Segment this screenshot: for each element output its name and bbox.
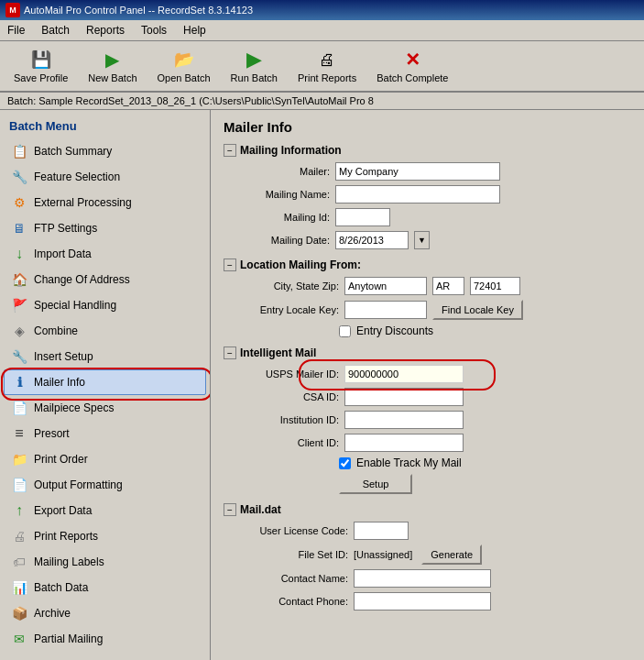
print-reports-button[interactable]: 🖨 Print Reports (289, 45, 365, 87)
batch-complete-button[interactable]: ✕ Batch Complete (368, 45, 456, 87)
sidebar-item-label: Presort (34, 427, 70, 440)
main-layout: Batch Menu 📋 Batch Summary 🔧 Feature Sel… (0, 110, 644, 660)
sidebar-item-print-order[interactable]: 📁 Print Order (4, 446, 206, 472)
sidebar-title: Batch Menu (4, 116, 206, 138)
content-area: Mailer Info − Mailing Information Mailer… (211, 110, 644, 660)
contact-phone-label: Contact Phone: (238, 596, 348, 607)
csa-id-label: CSA ID: (238, 391, 339, 402)
usps-mailer-id-label: USPS Mailer ID: (238, 368, 339, 380)
save-profile-button[interactable]: 💾 Save Profile (5, 45, 76, 87)
generate-button[interactable]: Generate (421, 544, 482, 565)
mailing-name-label: Mailing Name: (238, 189, 330, 200)
menu-reports[interactable]: Reports (82, 22, 128, 38)
file-set-id-row: File Set ID: [Unassigned] Generate (238, 544, 631, 565)
sidebar-item-archive[interactable]: 📦 Archive (4, 600, 206, 626)
usps-mailer-id-input[interactable] (344, 365, 464, 383)
sidebar-item-feature-selection[interactable]: 🔧 Feature Selection (4, 164, 206, 190)
contact-name-label: Contact Name: (238, 573, 348, 584)
institution-id-input[interactable] (344, 411, 464, 429)
user-license-code-input[interactable] (354, 522, 409, 540)
client-id-input[interactable] (344, 434, 464, 452)
sidebar-item-change-of-address[interactable]: 🏠 Change Of Address (4, 267, 206, 292)
sidebar-item-output-formatting[interactable]: 📄 Output Formatting (4, 472, 206, 498)
mailing-date-dropdown-icon[interactable]: ▼ (414, 231, 430, 249)
intelligent-mail-section: − Intelligent Mail USPS Mailer ID: CSA I… (224, 346, 631, 494)
mailing-id-label: Mailing Id: (238, 212, 330, 223)
menu-tools[interactable]: Tools (137, 22, 170, 38)
run-batch-button[interactable]: ▶ Run Batch (223, 45, 286, 87)
mailing-information-section: − Mailing Information Mailer: Mailing Na… (224, 144, 631, 249)
sidebar-item-partial-mailing[interactable]: ✉ Partial Mailing (4, 626, 206, 652)
csa-id-input[interactable] (344, 388, 464, 406)
sidebar-item-print-reports[interactable]: 🖨 Print Reports (4, 523, 206, 549)
sidebar-item-combine[interactable]: ◈ Combine (4, 318, 206, 344)
sidebar-item-ftp-settings[interactable]: 🖥 FTP Settings (4, 215, 206, 241)
save-profile-label: Save Profile (14, 72, 68, 83)
sidebar-item-label: External Processing (34, 196, 132, 209)
file-set-id-value: [Unassigned] (354, 549, 412, 560)
new-batch-button[interactable]: ▶ New Batch (80, 45, 145, 87)
mailing-date-input[interactable] (335, 231, 409, 249)
mailing-id-input[interactable] (335, 208, 390, 226)
mailing-info-content: Mailer: Mailing Name: Mailing Id: Mailin… (224, 162, 631, 249)
client-id-label: Client ID: (238, 437, 339, 448)
menu-bar: File Batch Reports Tools Help (0, 20, 644, 41)
save-icon: 💾 (30, 49, 52, 71)
sidebar-item-label: Import Data (34, 248, 92, 260)
sidebar-item-export-data[interactable]: ↑ Export Data (4, 498, 206, 523)
sidebar-item-mailing-labels[interactable]: 🏷 Mailing Labels (4, 549, 206, 575)
open-batch-label: Open Batch (158, 72, 211, 83)
sidebar-item-label: Output Formatting (34, 478, 123, 491)
sidebar-item-import-data[interactable]: ↓ Import Data (4, 241, 206, 267)
open-batch-button[interactable]: 📂 Open Batch (149, 45, 219, 87)
sidebar-item-presort[interactable]: ≡ Presort (4, 421, 206, 446)
entry-locale-key-input[interactable] (344, 301, 427, 319)
sidebar-item-mailpiece-specs[interactable]: 📄 Mailpiece Specs (4, 395, 206, 421)
mailer-info-icon: ℹ (10, 373, 28, 391)
sidebar-item-batch-data[interactable]: 📊 Batch Data (4, 575, 206, 600)
sidebar-item-label: Print Reports (34, 530, 98, 543)
mailing-date-label: Mailing Date: (238, 235, 330, 246)
menu-file[interactable]: File (4, 22, 28, 38)
sidebar-item-label: Export Data (34, 504, 92, 517)
location-mailing-header: − Location Mailing From: (224, 258, 631, 271)
sidebar-item-label: Batch Summary (34, 145, 112, 158)
location-mailing-collapse[interactable]: − (224, 258, 236, 271)
import-data-icon: ↓ (10, 245, 28, 263)
mailing-name-row: Mailing Name: (238, 185, 631, 204)
app-icon: M (5, 3, 20, 17)
sidebar-item-label: FTP Settings (34, 222, 97, 235)
entry-discounts-checkbox[interactable] (339, 325, 351, 337)
sidebar-item-batch-summary[interactable]: 📋 Batch Summary (4, 138, 206, 164)
mailing-name-input[interactable] (335, 185, 500, 204)
setup-button[interactable]: Setup (339, 474, 412, 494)
mail-dat-collapse[interactable]: − (224, 503, 236, 516)
intelligent-mail-collapse[interactable]: − (224, 346, 236, 359)
mailing-info-collapse[interactable]: − (224, 144, 236, 157)
user-license-code-label: User License Code: (238, 525, 348, 536)
batch-summary-icon: 📋 (10, 142, 28, 160)
sidebar-item-external-processing[interactable]: ⚙ External Processing (4, 190, 206, 215)
city-input[interactable] (344, 277, 427, 295)
sidebar-item-label: Partial Mailing (34, 632, 103, 645)
sidebar-item-insert-setup[interactable]: 🔧 Insert Setup (4, 344, 206, 369)
state-input[interactable] (432, 277, 464, 295)
mailer-input[interactable] (335, 162, 500, 181)
archive-icon: 📦 (10, 604, 28, 622)
contact-name-input[interactable] (354, 569, 491, 588)
sidebar-item-label: Combine (34, 324, 78, 337)
menu-help[interactable]: Help (180, 22, 210, 38)
entry-locale-key-label: Entry Locale Key: (238, 304, 339, 315)
location-mailing-section: − Location Mailing From: City, State Zip… (224, 258, 631, 337)
mailing-info-header: − Mailing Information (224, 144, 631, 157)
mailing-id-row: Mailing Id: (238, 208, 631, 226)
zip-input[interactable] (470, 277, 520, 295)
contact-phone-input[interactable] (354, 592, 491, 610)
menu-batch[interactable]: Batch (38, 22, 73, 38)
find-locale-key-button[interactable]: Find Locale Key (432, 300, 523, 320)
sidebar-item-special-handling[interactable]: 🚩 Special Handling (4, 292, 206, 318)
sidebar-item-mailer-info[interactable]: ℹ Mailer Info (4, 369, 206, 395)
enable-track-my-mail-checkbox[interactable] (339, 457, 351, 469)
output-formatting-icon: 📄 (10, 476, 28, 494)
contact-phone-row: Contact Phone: (238, 592, 631, 610)
